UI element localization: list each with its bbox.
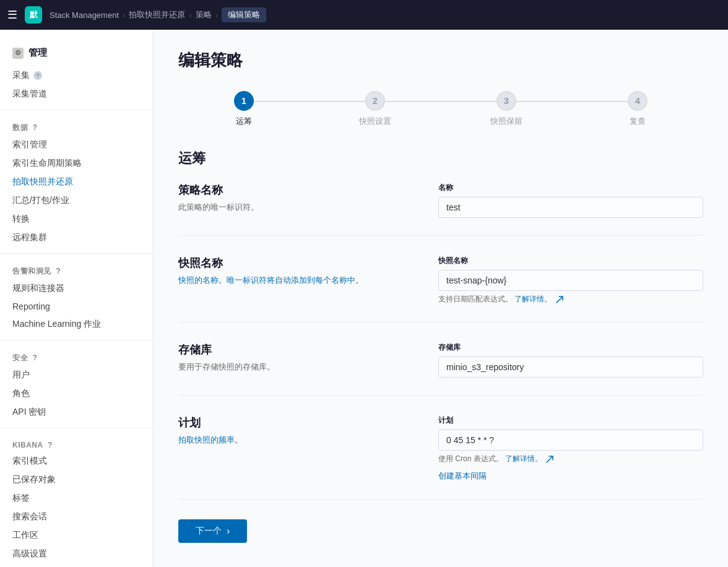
schedule-right: 计划 使用 Cron 表达式。 了解详情。 创建基本间隔 [438,415,703,482]
sidebar-item-snapshot[interactable]: 拍取快照并还原 [0,173,153,191]
repository-input[interactable] [438,357,703,378]
step-label-4: 复查 [630,116,646,127]
sidebar-item-remote-cluster[interactable]: 远程集群 [0,228,153,247]
snapshot-name-input[interactable] [438,270,703,291]
alerts-badge: ? [56,267,61,275]
page-title: 编辑策略 [178,50,703,71]
schedule-desc: 拍取快照的频率。 [178,434,414,446]
data-badge: ? [33,123,38,132]
step-1: 1 运筹 [178,91,310,127]
sidebar-item-roles[interactable]: 角色 [0,384,153,403]
schedule-input[interactable] [438,430,703,451]
step-label-1: 运筹 [236,116,252,127]
snapshot-name-left: 快照名称 快照的名称。唯一标识符将自动添加到每个名称中。 [178,256,414,287]
step-label-3: 快照保留 [490,116,522,127]
step-line-3 [506,101,638,102]
schedule-row: 计划 拍取快照的频率。 计划 使用 Cron 表达式。 了解详情。 创建基本间隔 [178,415,703,482]
sidebar-item-index-patterns[interactable]: 索引模式 [0,452,153,470]
breadcrumb-snapshot[interactable]: 拍取快照并还原 [129,9,185,20]
arrow-icon: › [227,526,230,537]
policy-name-row: 策略名称 此策略的唯一标识符。 名称 [178,183,703,218]
step-circle-1: 1 [234,91,254,111]
step-circle-2: 2 [365,91,385,111]
gear-icon: ⚙ [12,48,24,59]
policy-name-input[interactable] [438,197,703,218]
security-badge: ? [33,353,38,362]
snapshot-name-title: 快照名称 [178,256,414,271]
snapshot-name-hint-link[interactable]: 了解详情。 [514,295,552,303]
policy-name-right: 名称 [438,183,703,218]
breadcrumb-policy[interactable]: 策略 [196,9,212,20]
snapshot-name-hint: 支持日期匹配表达式。 了解详情。 [438,294,703,305]
snapshot-name-row: 快照名称 快照的名称。唯一标识符将自动添加到每个名称中。 快照名称 支持日期匹配… [178,256,703,305]
repository-desc: 要用于存储快照的存储库。 [178,361,414,373]
form-section-policy-name: 策略名称 此策略的唯一标识符。 名称 [178,183,703,236]
step-line-1 [244,101,375,102]
schedule-hint: 使用 Cron 表达式。 了解详情。 [438,454,703,464]
repository-label: 存储库 [438,342,703,353]
topbar: ☰ 默 Stack Management › 拍取快照并还原 › 策略 › 编辑… [0,0,728,30]
breadcrumb-stack-management[interactable]: Stack Management [50,11,119,20]
repository-title: 存储库 [178,342,414,357]
sidebar-group-alerts: 告警和洞见 ? [0,260,153,279]
step-circle-3: 3 [496,91,516,111]
sidebar-item-collection[interactable]: 采集 ? [0,66,153,85]
schedule-external-link-icon [546,456,553,463]
step-label-2: 快照设置 [359,116,391,127]
stepper: 1 运筹 2 快照设置 3 快照保留 4 复查 [178,91,703,127]
sidebar-item-api-keys[interactable]: API 密钥 [0,403,153,422]
schedule-hint-link[interactable]: 了解详情。 [505,454,542,463]
main-content: 编辑策略 1 运筹 2 快照设置 3 快照保留 4 复查 运筹 [154,30,728,567]
step-line-2 [375,101,506,102]
sidebar-item-rules[interactable]: 规则和连接器 [0,279,153,298]
sidebar-group-kibana: Kibana ? [0,435,153,452]
policy-name-label: 名称 [438,183,703,193]
sidebar-item-users[interactable]: 用户 [0,366,153,384]
step-4: 4 复查 [572,91,703,127]
step-2: 2 快照设置 [310,91,441,127]
app-logo: 默 [25,6,42,24]
repository-row: 存储库 要用于存储快照的存储库。 存储库 [178,342,703,378]
repository-right: 存储库 [438,342,703,378]
sidebar-management-header: ⚙ 管理 [12,47,141,59]
snapshot-name-label: 快照名称 [438,256,703,266]
sidebar-management-section: ⚙ 管理 [0,42,153,66]
schedule-left: 计划 拍取快照的频率。 [178,415,414,446]
sidebar-item-tags[interactable]: 标签 [0,489,153,508]
policy-name-left: 策略名称 此策略的唯一标识符。 [178,183,414,214]
kibana-badge: ? [48,441,53,449]
sidebar-group-security: 安全 ? [0,347,153,366]
sidebar: ⚙ 管理 采集 ? 采集管道 数据 ? 索引管理 索引生命周期策略 拍取快照并还… [0,30,154,567]
form-section-schedule: 计划 拍取快照的频率。 计划 使用 Cron 表达式。 了解详情。 创建基本间隔 [178,415,703,500]
snapshot-name-desc: 快照的名称。唯一标识符将自动添加到每个名称中。 [178,274,414,287]
repository-left: 存储库 要用于存储快照的存储库。 [178,342,414,373]
sidebar-item-reporting[interactable]: Reporting [0,298,153,315]
sidebar-item-rollup[interactable]: 汇总/打包/作业 [0,191,153,210]
sidebar-group-data: 数据 ? [0,116,153,136]
sidebar-item-saved-objects[interactable]: 已保存对象 [0,470,153,489]
sidebar-item-ml[interactable]: Machine Learning 作业 [0,315,153,334]
schedule-label: 计划 [438,415,703,426]
collection-badge: ? [33,71,42,80]
external-link-icon [556,296,563,303]
sidebar-item-transform[interactable]: 转换 [0,210,153,228]
next-button[interactable]: 下一个 › [178,519,247,543]
snapshot-name-right: 快照名称 支持日期匹配表达式。 了解详情。 [438,256,703,305]
sidebar-item-index-management[interactable]: 索引管理 [0,136,153,154]
sidebar-item-advanced-settings[interactable]: 高级设置 [0,545,153,563]
breadcrumb-edit-policy: 编辑策略 [222,7,266,22]
breadcrumb: Stack Management › 拍取快照并还原 › 策略 › 编辑策略 [50,7,266,22]
policy-name-title: 策略名称 [178,183,414,197]
sidebar-item-spaces[interactable]: 工作区 [0,526,153,545]
layout: ⚙ 管理 采集 ? 采集管道 数据 ? 索引管理 索引生命周期策略 拍取快照并还… [0,0,728,567]
schedule-title: 计划 [178,415,414,430]
form-section-snapshot-name: 快照名称 快照的名称。唯一标识符将自动添加到每个名称中。 快照名称 支持日期匹配… [178,256,703,322]
menu-icon[interactable]: ☰ [7,8,17,22]
sidebar-item-lifecycle[interactable]: 索引生命周期策略 [0,154,153,173]
sidebar-item-search-sessions[interactable]: 搜索会话 [0,508,153,526]
create-interval-link[interactable]: 创建基本间隔 [438,470,487,482]
step-circle-4: 4 [628,91,648,111]
form-section-repository: 存储库 要用于存储快照的存储库。 存储库 [178,342,703,396]
sidebar-item-pipeline[interactable]: 采集管道 [0,85,153,103]
policy-name-desc: 此策略的唯一标识符。 [178,201,414,214]
